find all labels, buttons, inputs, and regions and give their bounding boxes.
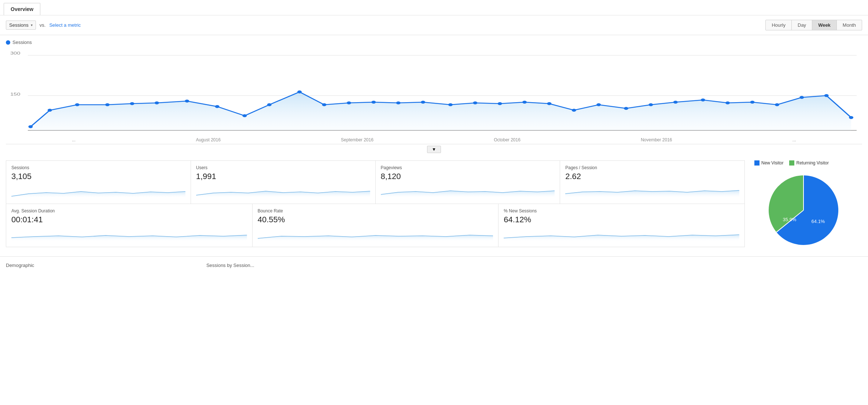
vs-label: vs.: [40, 22, 46, 28]
svg-point-13: [215, 105, 220, 108]
mini-chart-new-sessions: [504, 227, 739, 241]
bottom-right-label: Sessions by Session...: [206, 263, 254, 268]
metric-value-bounce-rate: 40.55%: [258, 215, 493, 224]
svg-point-23: [473, 101, 477, 104]
legend-dot-icon: [6, 40, 10, 45]
sessions-dropdown[interactable]: Sessions ▾: [6, 21, 36, 30]
svg-point-20: [396, 101, 401, 104]
chart-legend-label: Sessions: [12, 40, 32, 45]
svg-point-27: [572, 109, 576, 112]
x-label-3: October 2016: [494, 137, 521, 142]
mini-chart-pages-per-session: [565, 183, 739, 198]
x-label-1: August 2016: [196, 137, 220, 142]
time-buttons: Hourly Day Week Month: [766, 20, 862, 30]
time-btn-day[interactable]: Day: [791, 20, 812, 30]
new-visitor-label: New Visitor: [761, 160, 783, 166]
svg-point-32: [701, 99, 705, 101]
metric-value-pages-per-session: 2.62: [565, 172, 739, 181]
pie-chart-svg: 64.1% 35.9%: [763, 170, 844, 250]
metric-card-new-sessions: % New Sessions 64.12%: [499, 204, 745, 247]
metrics-left: Sessions 3,105 Users 1,991: [6, 160, 745, 250]
metric-name-pages-per-session: Pages / Session: [565, 165, 739, 170]
metric-name-bounce-rate: Bounce Rate: [258, 208, 493, 213]
svg-point-14: [242, 114, 247, 117]
metric-card-avg-session: Avg. Session Duration 00:01:41: [6, 204, 253, 247]
time-btn-week[interactable]: Week: [812, 20, 837, 30]
svg-point-37: [824, 94, 829, 97]
svg-point-33: [725, 101, 730, 104]
metric-value-new-sessions: 64.12%: [504, 215, 739, 224]
metric-card-pageviews: Pageviews 8,120: [376, 161, 560, 204]
toolbar-left: Sessions ▾ vs. Select a metric: [6, 21, 81, 30]
svg-point-6: [28, 125, 33, 128]
scroll-indicator: ▼: [6, 144, 862, 155]
svg-point-31: [673, 101, 678, 104]
bottom-labels: Demographic Sessions by Session...: [0, 256, 868, 274]
metrics-section: Sessions 3,105 Users 1,991: [0, 155, 868, 256]
time-btn-month[interactable]: Month: [836, 20, 862, 30]
mini-chart-avg-session: [11, 227, 247, 241]
main-chart-svg: 300 150: [6, 48, 862, 136]
metric-name-pageviews: Pageviews: [381, 165, 555, 170]
pie-section: New Visitor Returning Visitor: [745, 160, 862, 250]
svg-text:300: 300: [10, 51, 21, 56]
sessions-label: Sessions: [9, 22, 29, 28]
pie-label-returning: 35.9%: [783, 217, 797, 222]
svg-point-15: [267, 103, 272, 106]
metric-name-new-sessions: % New Sessions: [504, 208, 739, 213]
svg-point-11: [155, 101, 159, 104]
pie-legend-returning-visitor: Returning Visitor: [789, 160, 829, 166]
metric-card-sessions: Sessions 3,105: [6, 161, 191, 204]
scroll-button[interactable]: ▼: [427, 146, 441, 153]
svg-point-36: [799, 96, 804, 99]
mini-chart-sessions: [11, 183, 185, 198]
pie-legend-new-visitor: New Visitor: [754, 160, 783, 166]
svg-point-8: [75, 103, 80, 106]
metric-card-pages-per-session: Pages / Session 2.62: [560, 161, 745, 204]
toolbar: Sessions ▾ vs. Select a metric Hourly Da…: [0, 15, 868, 35]
pie-container: 64.1% 35.9%: [763, 170, 844, 250]
dropdown-arrow-icon: ▾: [31, 23, 33, 27]
svg-point-21: [421, 101, 425, 104]
svg-point-35: [775, 103, 779, 106]
svg-point-18: [347, 101, 351, 104]
metric-value-sessions: 3,105: [11, 172, 185, 181]
returning-visitor-color-icon: [789, 160, 794, 166]
x-label-4: November 2016: [641, 137, 672, 142]
x-label-0: ...: [72, 137, 76, 142]
chart-area: Sessions 300 150: [0, 35, 868, 155]
mini-chart-users: [196, 183, 370, 198]
bottom-left-label: Demographic: [6, 263, 34, 268]
metrics-grid-bottom: Avg. Session Duration 00:01:41 Bounce Ra…: [6, 204, 745, 247]
x-axis-labels: ... August 2016 September 2016 October 2…: [6, 136, 862, 144]
svg-point-25: [522, 101, 527, 104]
page-container: Overview Sessions ▾ vs. Select a metric …: [0, 0, 868, 274]
svg-point-19: [371, 101, 376, 104]
svg-point-12: [185, 100, 189, 103]
pie-label-new: 64.1%: [812, 219, 825, 224]
metric-name-users: Users: [196, 165, 370, 170]
svg-point-16: [297, 90, 302, 93]
svg-point-17: [322, 103, 327, 106]
svg-point-7: [48, 109, 52, 112]
metric-value-users: 1,991: [196, 172, 370, 181]
metric-card-bounce-rate: Bounce Rate 40.55%: [253, 204, 499, 247]
returning-visitor-label: Returning Visitor: [796, 160, 829, 166]
metric-name-sessions: Sessions: [11, 165, 185, 170]
x-label-5: ...: [792, 137, 796, 142]
svg-point-34: [750, 101, 755, 104]
svg-point-9: [105, 103, 110, 106]
svg-point-38: [849, 116, 853, 119]
select-metric-link[interactable]: Select a metric: [49, 22, 81, 28]
overview-tab[interactable]: Overview: [4, 3, 40, 15]
x-label-2: September 2016: [341, 137, 374, 142]
time-btn-hourly[interactable]: Hourly: [765, 20, 792, 30]
chart-legend: Sessions: [6, 40, 862, 45]
svg-point-30: [648, 103, 653, 106]
mini-chart-pageviews: [381, 183, 555, 198]
new-visitor-color-icon: [754, 160, 760, 166]
chart-wrapper: 300 150: [6, 48, 862, 136]
metric-card-users: Users 1,991: [191, 161, 376, 204]
metric-value-pageviews: 8,120: [381, 172, 555, 181]
metric-name-avg-session: Avg. Session Duration: [11, 208, 247, 213]
